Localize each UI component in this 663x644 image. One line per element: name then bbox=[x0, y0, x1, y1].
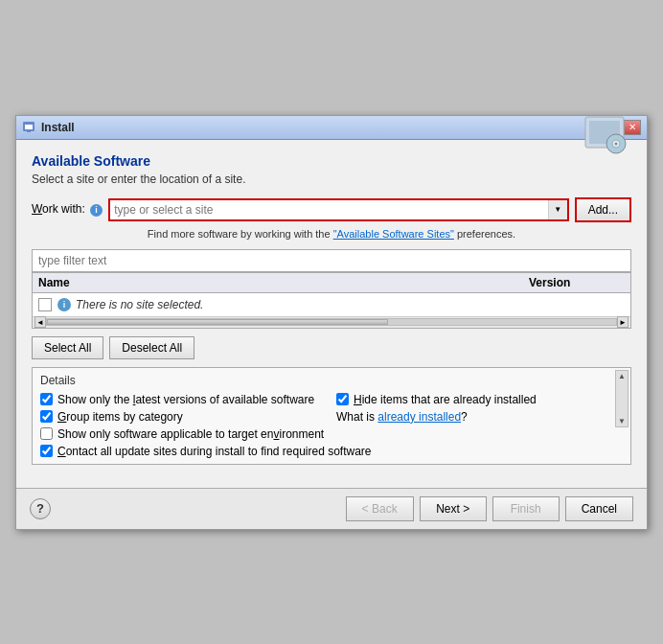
work-with-label: Work with: i bbox=[32, 202, 103, 216]
already-installed-link[interactable]: already installed bbox=[377, 410, 461, 424]
option-target-env-label: Show only software applicable to target … bbox=[57, 427, 324, 441]
option-contact-update-sites-label: Contact all update sites during install … bbox=[57, 445, 372, 458]
option-hide-installed-checkbox[interactable] bbox=[336, 393, 349, 405]
navigation-buttons: < Back Next > Finish Cancel bbox=[346, 496, 633, 521]
table-header: Name Version bbox=[33, 273, 630, 293]
option-contact-update-sites: Contact all update sites during install … bbox=[40, 445, 623, 458]
install-window: Install ─ □ ✕ Available Software Select … bbox=[15, 115, 648, 530]
svg-rect-2 bbox=[27, 130, 31, 132]
section-desc: Select a site or enter the location of a… bbox=[32, 172, 631, 186]
option-latest-versions-checkbox[interactable] bbox=[40, 393, 53, 405]
finish-button[interactable]: Finish bbox=[492, 496, 560, 521]
option-latest-versions: Show only the latest versions of availab… bbox=[40, 393, 327, 406]
svg-rect-1 bbox=[25, 125, 33, 129]
svg-point-7 bbox=[615, 142, 618, 145]
available-software-sites-link[interactable]: "Available Software Sites" bbox=[333, 228, 454, 240]
scrollbar-track[interactable] bbox=[46, 318, 617, 326]
vertical-scrollbar[interactable]: ▲ ▼ bbox=[615, 370, 629, 427]
option-latest-versions-label: Show only the latest versions of availab… bbox=[57, 393, 314, 406]
find-more-text: Find more software by working with the "… bbox=[32, 228, 631, 240]
option-target-env-checkbox[interactable] bbox=[40, 427, 53, 440]
scroll-down-arrow[interactable]: ▼ bbox=[617, 416, 627, 426]
scroll-up-arrow[interactable]: ▲ bbox=[617, 371, 627, 381]
options-grid: Show only the latest versions of availab… bbox=[40, 393, 623, 458]
no-site-message: There is no site selected. bbox=[76, 298, 203, 311]
help-button[interactable]: ? bbox=[30, 498, 51, 519]
main-content: Available Software Select a site or ente… bbox=[16, 140, 647, 488]
work-with-row: Work with: i ▼ Add... bbox=[32, 197, 631, 222]
option-group-category-label: Group items by category bbox=[57, 410, 183, 424]
site-input-wrapper: ▼ bbox=[108, 198, 569, 221]
section-title: Available Software bbox=[32, 153, 631, 169]
row-checkbox[interactable] bbox=[38, 298, 52, 311]
select-all-button[interactable]: Select All bbox=[32, 336, 103, 359]
option-target-env: Show only software applicable to target … bbox=[40, 427, 327, 441]
option-hide-installed: Hide items that are already installed bbox=[336, 393, 623, 406]
add-button[interactable]: Add... bbox=[575, 197, 631, 222]
filter-input[interactable] bbox=[32, 249, 631, 272]
option-contact-update-sites-checkbox[interactable] bbox=[40, 445, 53, 457]
title-bar-left: Install bbox=[22, 121, 75, 134]
site-dropdown-button[interactable]: ▼ bbox=[548, 200, 567, 219]
what-installed-label: What is already installed? bbox=[336, 410, 468, 424]
details-label: Details bbox=[40, 374, 623, 387]
window-title: Install bbox=[41, 121, 75, 134]
row-info-icon: i bbox=[57, 298, 71, 311]
header-section: Available Software Select a site or ente… bbox=[32, 153, 631, 186]
info-icon: i bbox=[90, 204, 103, 217]
back-button[interactable]: < Back bbox=[346, 496, 414, 521]
next-button[interactable]: Next > bbox=[420, 496, 487, 521]
scroll-right-button[interactable]: ► bbox=[617, 316, 629, 328]
software-table: Name Version i There is no site selected… bbox=[32, 272, 631, 329]
deselect-all-button[interactable]: Deselect All bbox=[109, 336, 194, 359]
install-icon bbox=[22, 121, 35, 134]
column-name: Name bbox=[38, 276, 529, 289]
action-buttons-row: Select All Deselect All bbox=[32, 336, 631, 359]
cd-icon bbox=[583, 115, 631, 158]
title-bar: Install ─ □ ✕ bbox=[16, 116, 647, 140]
cancel-button[interactable]: Cancel bbox=[565, 496, 633, 521]
details-section: Details ▲ ▼ Show only the latest version… bbox=[32, 367, 631, 465]
scrollbar-thumb[interactable] bbox=[47, 319, 388, 325]
scroll-left-button[interactable]: ◄ bbox=[34, 316, 46, 328]
bottom-bar: ? < Back Next > Finish Cancel bbox=[16, 488, 647, 529]
column-version: Version bbox=[529, 276, 625, 289]
option-group-category: Group items by category bbox=[40, 410, 327, 424]
option-hide-installed-label: Hide items that are already installed bbox=[354, 393, 537, 406]
option-what-installed: What is already installed? bbox=[336, 410, 623, 424]
horizontal-scrollbar[interactable]: ◄ ► bbox=[33, 316, 630, 328]
site-input[interactable] bbox=[110, 200, 548, 219]
option-group-category-checkbox[interactable] bbox=[40, 410, 53, 423]
table-row: i There is no site selected. bbox=[33, 293, 630, 316]
